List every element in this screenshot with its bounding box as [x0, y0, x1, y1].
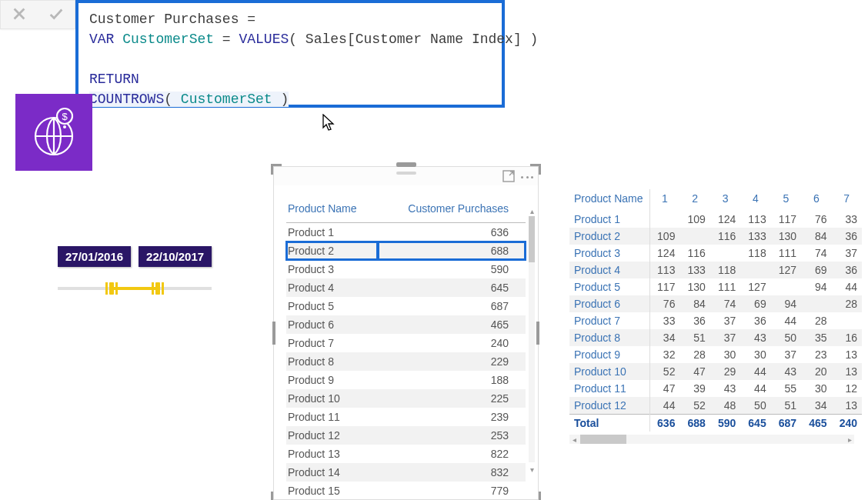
matrix-cell: 111 [710, 278, 740, 295]
matrix-row[interactable]: Product 6768474699428 [569, 295, 862, 312]
column-header-product-name[interactable]: Product Name [286, 198, 378, 223]
matrix-cell: 76 [801, 211, 831, 228]
customer-purchases-table[interactable]: Product Name Customer Purchases Product … [286, 198, 526, 499]
matrix-cell: 50 [740, 397, 770, 415]
matrix-col-header[interactable]: 1 [649, 189, 679, 211]
matrix-cell: 74 [801, 245, 831, 262]
cell-customer-purchases: 822 [378, 445, 526, 463]
table-row[interactable]: Product 8229 [286, 352, 526, 371]
table-row[interactable]: Product 7240 [286, 334, 526, 352]
focus-mode-icon[interactable] [502, 170, 515, 185]
matrix-cell: 84 [679, 295, 709, 312]
formula-cancel-button[interactable] [1, 1, 38, 28]
table-row[interactable]: Product 11239 [286, 408, 526, 426]
matrix-cell: 111 [771, 245, 801, 262]
visual-header [274, 167, 538, 185]
table-row[interactable]: Product 12253 [286, 426, 526, 445]
table-row[interactable]: Product 14832 [286, 463, 526, 482]
matrix-cell: 52 [679, 397, 709, 415]
matrix-col-header[interactable]: 7 [832, 189, 862, 211]
date-slicer[interactable]: 27/01/2016 22/10/2017 [58, 246, 219, 296]
matrix-total-cell: 688 [679, 415, 709, 432]
product-matrix-table[interactable]: Product Name1234567 Product 110912411311… [569, 189, 862, 432]
table-row[interactable]: Product 6465 [286, 315, 526, 334]
matrix-row[interactable]: Product 1147394344553012 [569, 380, 862, 397]
matrix-cell: 16 [832, 329, 862, 346]
table-row[interactable]: Product 4645 [286, 278, 526, 297]
matrix-cell: 37 [710, 312, 740, 329]
cell-customer-purchases: 688 [378, 242, 526, 260]
matrix-row-label: Product 11 [569, 380, 649, 397]
matrix-cell: 36 [740, 312, 770, 329]
table-row[interactable]: Product 10225 [286, 389, 526, 408]
more-options-icon[interactable] [521, 176, 533, 178]
drag-handle-icon[interactable] [396, 172, 416, 175]
matrix-cell: 127 [771, 262, 801, 278]
table-row[interactable]: Product 15779 [286, 482, 526, 499]
matrix-row[interactable]: Product 51171301111279444 [569, 278, 862, 295]
scroll-up-icon[interactable]: ▴ [528, 207, 536, 213]
cell-customer-purchases: 645 [378, 278, 526, 297]
scroll-down-icon[interactable]: ▾ [528, 465, 536, 472]
cell-customer-purchases: 465 [378, 315, 526, 334]
matrix-cell: 117 [771, 211, 801, 228]
scroll-right-icon[interactable]: ▸ [845, 435, 854, 444]
vertical-scrollbar[interactable]: ▴ ▾ [529, 216, 535, 462]
matrix-cell: 51 [771, 397, 801, 415]
slicer-end-date[interactable]: 22/10/2017 [139, 246, 212, 267]
matrix-row[interactable]: Product 11091241131177633 [569, 211, 862, 228]
table-row[interactable]: Product 5687 [286, 297, 526, 315]
customer-purchases-table-visual[interactable]: Product Name Customer Purchases Product … [273, 166, 539, 500]
matrix-cell: 43 [740, 329, 770, 346]
product-matrix-visual[interactable]: Product Name1234567 Product 110912411311… [569, 189, 862, 444]
matrix-row[interactable]: Product 932283030372313 [569, 346, 862, 363]
scrollbar-thumb[interactable] [529, 216, 535, 262]
matrix-cell: 39 [679, 380, 709, 397]
slicer-handle-end[interactable] [155, 282, 160, 295]
matrix-cell: 117 [649, 278, 679, 295]
matrix-row[interactable]: Product 834513743503516 [569, 329, 862, 346]
matrix-cell: 76 [649, 295, 679, 312]
column-header-customer-purchases[interactable]: Customer Purchases [378, 198, 526, 223]
matrix-row[interactable]: Product 7333637364428 [569, 312, 862, 329]
matrix-cell: 37 [710, 329, 740, 346]
table-row[interactable]: Product 3590 [286, 260, 526, 278]
matrix-cell: 43 [710, 380, 740, 397]
matrix-row-header[interactable]: Product Name [569, 189, 649, 211]
matrix-cell: 118 [710, 262, 740, 278]
drag-handle-icon[interactable] [396, 162, 416, 167]
scroll-left-icon[interactable]: ◂ [569, 435, 579, 444]
table-row[interactable]: Product 1636 [286, 223, 526, 242]
slicer-handle-start[interactable] [109, 282, 114, 295]
matrix-col-header[interactable]: 4 [740, 189, 770, 211]
matrix-row[interactable]: Product 31241161181117437 [569, 245, 862, 262]
table-row[interactable]: Product 9188 [286, 371, 526, 389]
matrix-cell: 94 [801, 278, 831, 295]
matrix-cell [801, 295, 831, 312]
matrix-cell: 37 [771, 346, 801, 363]
cell-customer-purchases: 636 [378, 223, 526, 242]
formula-commit-button[interactable] [38, 1, 75, 28]
matrix-cell: 116 [679, 245, 709, 262]
keyword-var: VAR [89, 32, 114, 47]
cell-product-name: Product 13 [286, 445, 378, 463]
table-row[interactable]: Product 2688 [286, 242, 526, 260]
matrix-row[interactable]: Product 21091161331308436 [569, 228, 862, 245]
matrix-col-header[interactable]: 3 [710, 189, 740, 211]
slicer-slider-track[interactable] [58, 281, 212, 296]
scrollbar-thumb[interactable] [580, 435, 626, 444]
matrix-cell: 133 [740, 228, 770, 245]
horizontal-scrollbar[interactable]: ◂ ▸ [569, 435, 854, 444]
matrix-row[interactable]: Product 1244524850513413 [569, 397, 862, 415]
matrix-col-header[interactable]: 5 [771, 189, 801, 211]
matrix-col-header[interactable]: 2 [679, 189, 709, 211]
cell-customer-purchases: 779 [378, 482, 526, 499]
matrix-cell: 23 [801, 346, 831, 363]
table-row[interactable]: Product 13822 [286, 445, 526, 463]
matrix-row[interactable]: Product 1052472944432013 [569, 363, 862, 380]
slicer-start-date[interactable]: 27/01/2016 [58, 246, 131, 267]
matrix-cell: 44 [832, 278, 862, 295]
matrix-row[interactable]: Product 41131331181276936 [569, 262, 862, 278]
formula-bar[interactable]: Customer Purchases = VAR CustomerSet = V… [75, 0, 505, 108]
matrix-col-header[interactable]: 6 [801, 189, 831, 211]
